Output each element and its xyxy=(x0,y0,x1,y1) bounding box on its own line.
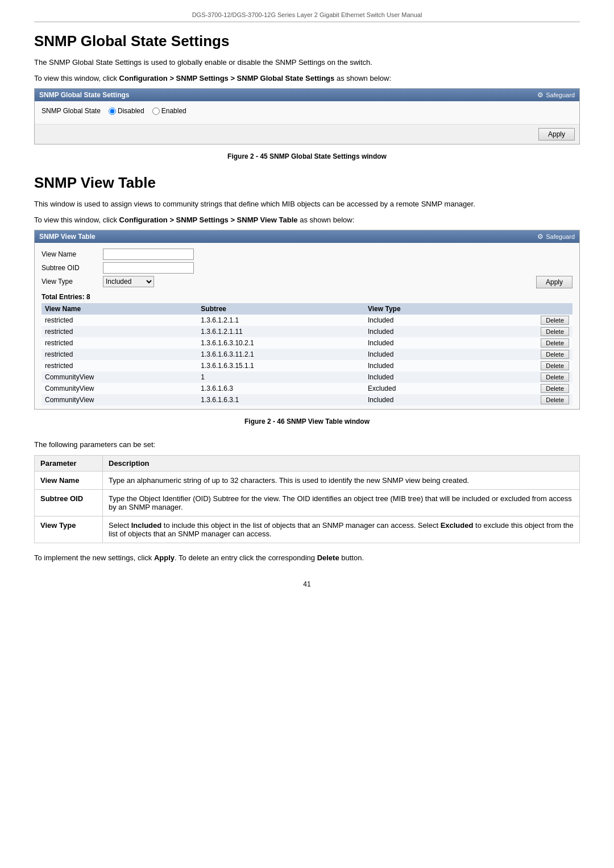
cell-delete: Delete xyxy=(475,383,572,394)
view-name-input[interactable] xyxy=(103,249,194,260)
view-desc2-suffix: as shown below: xyxy=(298,216,355,224)
section-title-global: SNMP Global State Settings xyxy=(34,32,580,50)
param-col-desc: Description xyxy=(103,455,580,471)
view-desc1: This window is used to assign views to c… xyxy=(34,199,580,210)
snmp-global-panel-footer: Apply xyxy=(35,124,579,144)
radio-disabled-input[interactable] xyxy=(109,108,116,115)
cell-subtree: 1.3.6.1.2.1.1 xyxy=(197,315,364,326)
snmp-global-panel-title: SNMP Global State Settings xyxy=(39,91,129,99)
param-name-view-name: View Name xyxy=(35,471,103,489)
table-row: restricted 1.3.6.1.6.3.10.2.1 Included D… xyxy=(42,337,572,349)
param-col-param: Parameter xyxy=(35,455,103,471)
param-row-subtree-oid: Subtree OID Type the Object Identifier (… xyxy=(35,489,580,516)
view-table-apply-row: Apply xyxy=(536,250,572,288)
table-row: CommunityView 1.3.6.1.6.3 Excluded Delet… xyxy=(42,383,572,394)
cell-view-name: restricted xyxy=(42,326,197,337)
section-title-view: SNMP View Table xyxy=(34,174,580,192)
snmp-global-panel: SNMP Global State Settings Safeguard SNM… xyxy=(34,88,580,144)
cell-view-name: restricted xyxy=(42,315,197,326)
snmp-global-apply-button[interactable]: Apply xyxy=(538,128,575,140)
cell-delete: Delete xyxy=(475,315,572,326)
radio-disabled-text: Disabled xyxy=(118,107,144,115)
delete-button[interactable]: Delete xyxy=(541,384,569,393)
subtree-oid-label: Subtree OID xyxy=(42,264,98,272)
snmp-view-table: View Name Subtree View Type restricted 1… xyxy=(42,303,572,406)
col-view-type: View Type xyxy=(364,303,475,315)
delete-button[interactable]: Delete xyxy=(541,373,569,382)
cell-view-name: CommunityView xyxy=(42,394,197,406)
table-row: CommunityView 1 Included Delete xyxy=(42,371,572,383)
cell-view-type: Included xyxy=(364,349,475,360)
param-table-body: View Name Type an alphanumeric string of… xyxy=(35,471,580,543)
cell-view-type: Included xyxy=(364,315,475,326)
doc-header-text: DGS-3700-12/DGS-3700-12G Series Layer 2 … xyxy=(192,11,422,18)
snmp-global-panel-body: SNMP Global State Disabled Enabled xyxy=(35,101,579,124)
view-type-select[interactable]: Included Excluded xyxy=(103,276,154,287)
radio-enabled-label[interactable]: Enabled xyxy=(152,107,186,115)
cell-view-name: CommunityView xyxy=(42,371,197,383)
view-desc2: To view this window, click Configuration… xyxy=(34,214,580,226)
param-name-view-type: View Type xyxy=(35,516,103,543)
fig-caption-global: Figure 2 - 45 SNMP Global State Settings… xyxy=(34,152,580,160)
cell-view-type: Included xyxy=(364,360,475,371)
global-desc2-suffix: as shown below: xyxy=(334,74,391,82)
cell-subtree: 1.3.6.1.6.3.15.1.1 xyxy=(197,360,364,371)
view-desc2-bold: Configuration > SNMP Settings > SNMP Vie… xyxy=(119,216,298,224)
table-row: restricted 1.3.6.1.6.3.11.2.1 Included D… xyxy=(42,349,572,360)
table-row: restricted 1.3.6.1.2.1.1 Included Delete xyxy=(42,315,572,326)
table-row: restricted 1.3.6.1.6.3.15.1.1 Included D… xyxy=(42,360,572,371)
radio-disabled-label[interactable]: Disabled xyxy=(109,107,144,115)
cell-subtree: 1.3.6.1.6.3.11.2.1 xyxy=(197,349,364,360)
cell-subtree: 1.3.6.1.6.3.1 xyxy=(197,394,364,406)
radio-enabled-text: Enabled xyxy=(161,107,186,115)
cell-delete: Delete xyxy=(475,349,572,360)
cell-view-type: Included xyxy=(364,326,475,337)
param-table-head: Parameter Description xyxy=(35,455,580,471)
cell-view-type: Included xyxy=(364,371,475,383)
table-row: restricted 1.3.6.1.2.1.11 Included Delet… xyxy=(42,326,572,337)
doc-header: DGS-3700-12/DGS-3700-12G Series Layer 2 … xyxy=(34,11,580,22)
cell-subtree: 1.3.6.1.2.1.11 xyxy=(197,326,364,337)
param-desc-view-name: Type an alphanumeric string of up to 32 … xyxy=(103,471,580,489)
delete-button[interactable]: Delete xyxy=(541,327,569,336)
cell-subtree: 1.3.6.1.6.3 xyxy=(197,383,364,394)
param-table: Parameter Description View Name Type an … xyxy=(34,455,580,543)
col-view-name: View Name xyxy=(42,303,197,315)
table-row: CommunityView 1.3.6.1.6.3.1 Included Del… xyxy=(42,394,572,406)
view-table-form: View Name Subtree OID View Type Included… xyxy=(42,249,194,287)
delete-button[interactable]: Delete xyxy=(541,338,569,348)
subtree-oid-input[interactable] xyxy=(103,262,194,274)
cell-view-type: Included xyxy=(364,394,475,406)
cell-delete: Delete xyxy=(475,360,572,371)
cell-delete: Delete xyxy=(475,371,572,383)
snmp-global-panel-header: SNMP Global State Settings Safeguard xyxy=(35,89,579,101)
cell-view-name: restricted xyxy=(42,349,197,360)
param-name-subtree-oid: Subtree OID xyxy=(35,489,103,516)
param-desc-view-type: Select Included to include this object i… xyxy=(103,516,580,543)
radio-enabled-input[interactable] xyxy=(152,108,160,115)
snmp-global-state-radios: Disabled Enabled xyxy=(109,107,186,115)
delete-button[interactable]: Delete xyxy=(541,395,569,404)
snmp-global-safeguard: Safeguard xyxy=(537,91,575,99)
snmp-view-table-body: restricted 1.3.6.1.2.1.1 Included Delete… xyxy=(42,315,572,406)
snmp-view-panel-title: SNMP View Table xyxy=(39,233,96,241)
global-desc2: To view this window, click Configuration… xyxy=(34,73,580,84)
snmp-view-table-header-row: View Name Subtree View Type xyxy=(42,303,572,315)
snmp-view-panel-body: View Name Subtree OID View Type Included… xyxy=(35,243,579,409)
total-entries: Total Entries: 8 xyxy=(42,293,572,301)
cell-view-type: Included xyxy=(364,337,475,349)
cell-delete: Delete xyxy=(475,394,572,406)
snmp-view-panel-header: SNMP View Table Safeguard xyxy=(35,230,579,243)
snmp-view-table-head: View Name Subtree View Type xyxy=(42,303,572,315)
delete-button[interactable]: Delete xyxy=(541,316,569,325)
snmp-global-state-row: SNMP Global State Disabled Enabled xyxy=(42,107,572,115)
cell-delete: Delete xyxy=(475,337,572,349)
snmp-view-apply-button[interactable]: Apply xyxy=(536,276,572,288)
cell-delete: Delete xyxy=(475,326,572,337)
global-desc1: The SNMP Global State Settings is used t… xyxy=(34,57,580,68)
param-row-view-name: View Name Type an alphanumeric string of… xyxy=(35,471,580,489)
fig-caption-view: Figure 2 - 46 SNMP View Table window xyxy=(34,418,580,425)
delete-button[interactable]: Delete xyxy=(541,361,569,370)
param-desc-subtree-oid: Type the Object Identifier (OID) Subtree… xyxy=(103,489,580,516)
delete-button[interactable]: Delete xyxy=(541,350,569,359)
